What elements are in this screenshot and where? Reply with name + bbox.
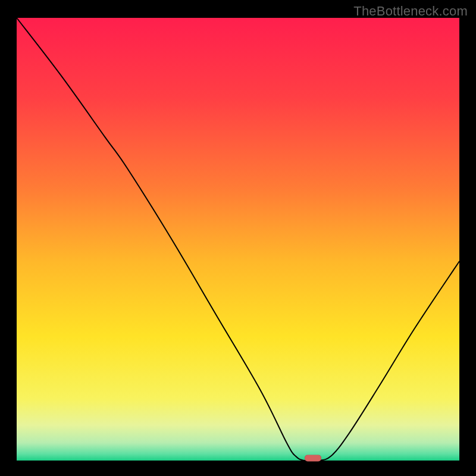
bottleneck-curve (17, 18, 459, 461)
optimal-marker (305, 455, 321, 462)
plot-area (17, 18, 459, 461)
watermark-text: TheBottleneck.com (353, 4, 468, 19)
chart-frame: TheBottleneck.com (0, 0, 476, 476)
